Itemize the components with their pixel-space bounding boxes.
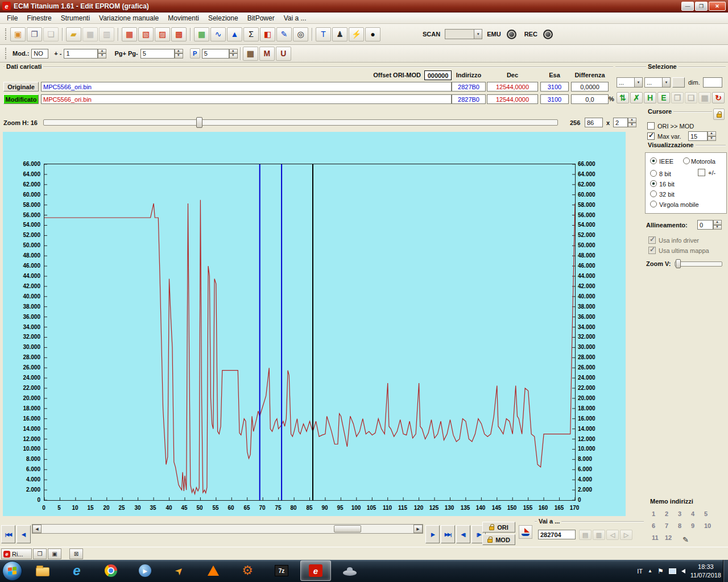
p-input[interactable]: 5	[202, 49, 229, 59]
sel-cross-button[interactable]: ✗	[630, 92, 643, 103]
spin-down-icon[interactable]	[175, 53, 183, 59]
menu-item-selezione[interactable]: Selezione	[204, 13, 243, 23]
prev-page-button[interactable]: ◀|	[16, 525, 31, 543]
allineamento-spinner[interactable]	[713, 220, 722, 230]
memo-address-7[interactable]: 7	[665, 522, 678, 529]
ori-button[interactable]: ORI	[482, 522, 515, 533]
spin-up-icon[interactable]	[98, 49, 106, 54]
rec-record-button[interactable]	[543, 30, 553, 39]
memo-address-3[interactable]: 3	[678, 510, 691, 517]
map-percent-button[interactable]: ▨	[155, 27, 170, 41]
max-var-checkbox[interactable]	[647, 132, 655, 140]
horizontal-scrollbar[interactable]: ◀ ▶	[32, 524, 423, 534]
cursore-lock-button[interactable]	[713, 109, 725, 120]
spin-down-icon[interactable]	[98, 53, 106, 59]
table-view-button[interactable]: ▦	[194, 27, 209, 41]
memo-address-6[interactable]: 6	[652, 522, 665, 529]
maximize-button[interactable]: ❐	[695, 2, 708, 11]
vai-a-field[interactable]: 282704	[538, 530, 576, 539]
rocket-taskbar-button[interactable]: ➤	[164, 560, 195, 581]
scrollbar-thumb[interactable]	[334, 525, 361, 533]
graph-2d-button[interactable]: ∿	[210, 27, 226, 41]
chart-plot[interactable]	[44, 164, 576, 501]
mod-button[interactable]: MOD	[482, 534, 515, 545]
map-minus-button[interactable]: ▧	[138, 27, 154, 41]
modificato-file-field[interactable]: MPC5566_ori.bin	[41, 94, 452, 104]
start-button[interactable]	[2, 561, 22, 581]
emu-record-button[interactable]	[507, 30, 516, 39]
dim-value-field[interactable]	[703, 77, 722, 88]
p-badge-icon[interactable]: P	[190, 48, 200, 59]
vlc-taskbar-button[interactable]	[198, 560, 229, 581]
toolbar-grip-2[interactable]	[5, 48, 7, 59]
spin-down-icon[interactable]	[628, 123, 636, 128]
table-t-button[interactable]: T	[316, 27, 331, 41]
sel-h-button[interactable]: H	[644, 92, 656, 103]
zoom-v-slider-thumb[interactable]	[676, 259, 681, 268]
menu-item-vai-a[interactable]: Vai a ...	[279, 13, 311, 23]
memo-address-5[interactable]: 5	[704, 510, 717, 517]
next-map-button[interactable]: |▶	[425, 525, 440, 543]
spin-up-icon[interactable]	[713, 220, 722, 225]
menu-item-finestre[interactable]: Finestre	[22, 13, 56, 23]
originale-button[interactable]: Originale	[3, 82, 39, 92]
volume-icon[interactable]	[681, 569, 685, 573]
compare-button[interactable]: ◧	[260, 27, 275, 41]
minimize-button[interactable]: —	[681, 2, 694, 11]
mod-value-field[interactable]: NO	[31, 49, 48, 59]
chrome-taskbar-button[interactable]	[96, 560, 126, 581]
show-desktop-button[interactable]	[723, 560, 728, 582]
zoom-value-field[interactable]: 86	[585, 118, 603, 127]
spin-down-icon[interactable]	[708, 136, 716, 142]
zoom-h-slider-thumb[interactable]	[196, 117, 202, 128]
memo-address-4[interactable]: 4	[691, 510, 704, 517]
close-button[interactable]: ✕	[709, 2, 726, 11]
gear-taskbar-button[interactable]: ⚙	[232, 560, 263, 581]
zoom-v-slider[interactable]	[675, 261, 722, 267]
selection-start-combobox[interactable]: ...▾	[617, 77, 643, 88]
bit32-radio[interactable]	[650, 190, 657, 197]
spin-down-icon[interactable]	[713, 225, 722, 230]
selection-end-combobox[interactable]: ...▾	[644, 77, 671, 88]
7zip-taskbar-button[interactable]: 7z	[266, 560, 297, 581]
mini-restore-button[interactable]: ❐	[33, 548, 47, 559]
memo-address-1[interactable]: 1	[652, 510, 665, 517]
menu-item-strumenti[interactable]: Strumenti	[56, 13, 94, 23]
network-icon[interactable]	[669, 568, 676, 574]
zoom-factor-field[interactable]: 2	[613, 118, 628, 127]
search-button[interactable]: ◎	[293, 27, 308, 41]
pg-input[interactable]: 5	[140, 49, 175, 59]
spin-up-icon[interactable]	[175, 49, 183, 54]
reset-selection-button[interactable]: ↻	[712, 92, 725, 103]
plusminus-checkbox[interactable]	[698, 169, 705, 176]
pencil-icon[interactable]: ✎	[682, 535, 689, 544]
ie-taskbar-button[interactable]: e	[61, 560, 92, 581]
originale-file-field[interactable]: MPC5566_ori.bin	[41, 82, 452, 92]
mini-maximize-button[interactable]: ▣	[48, 548, 61, 559]
prev-diff-button[interactable]: ◀||	[456, 525, 470, 543]
p-spinner[interactable]	[229, 49, 238, 59]
selection-tool-button[interactable]	[672, 77, 685, 88]
minimized-window-tab[interactable]: e Ri...	[1, 548, 32, 559]
menu-item-bitpower[interactable]: BitPower	[243, 13, 279, 23]
first-page-button[interactable]: |◀◀	[1, 525, 15, 543]
ieee-radio[interactable]	[650, 157, 657, 164]
spin-up-icon[interactable]	[229, 49, 238, 54]
spin-up-icon[interactable]	[628, 118, 636, 123]
virgola-mobile-radio[interactable]	[650, 201, 657, 207]
pg-spinner[interactable]	[175, 49, 183, 59]
formula-button[interactable]: ▦	[243, 47, 258, 61]
motorola-radio[interactable]	[683, 157, 690, 164]
memo-address-11[interactable]: 11	[652, 534, 665, 541]
driver-lock-button[interactable]: ♟	[332, 27, 348, 41]
copy-button[interactable]: ❐	[27, 27, 42, 41]
map-timer-button[interactable]: ▩	[171, 27, 187, 41]
last-map-button[interactable]: ▶▶|	[441, 525, 455, 543]
memo-address-9[interactable]: 9	[691, 522, 704, 529]
spin-up-icon[interactable]	[708, 131, 716, 136]
media-player-taskbar-button[interactable]: ▶	[130, 560, 160, 581]
new-button[interactable]: ▣	[10, 27, 26, 41]
sail-button[interactable]	[519, 525, 532, 539]
checksum-button[interactable]: ⚡	[349, 27, 364, 41]
max-var-spinner[interactable]	[708, 131, 716, 141]
